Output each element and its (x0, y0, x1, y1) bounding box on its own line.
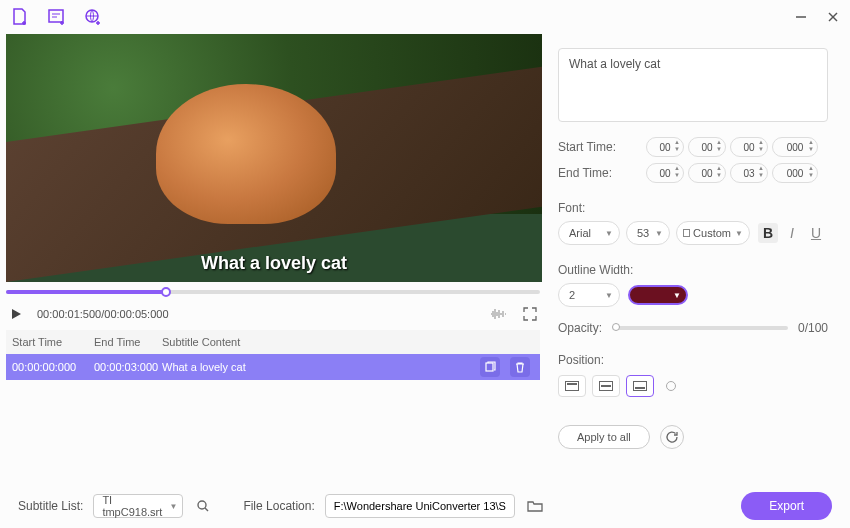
play-button[interactable] (9, 307, 23, 321)
row-end: 00:00:03:000 (94, 361, 162, 373)
add-file-icon[interactable] (10, 6, 32, 28)
start-ms[interactable]: 000▲▼ (772, 137, 818, 157)
opacity-value: 0/100 (798, 321, 828, 335)
subtitle-text-input[interactable] (558, 48, 828, 122)
outline-width-select[interactable]: 2▼ (558, 283, 620, 307)
svg-line-7 (205, 508, 208, 511)
end-seconds[interactable]: 03▲▼ (730, 163, 768, 183)
font-size-select[interactable]: 53▼ (626, 221, 670, 245)
properties-panel: Start Time: 00▲▼ 00▲▼ 00▲▼ 000▲▼ End Tim… (546, 34, 846, 484)
start-time-label: Start Time: (558, 140, 646, 154)
subtitle-table-header: Start Time End Time Subtitle Content (6, 330, 540, 354)
title-bar (0, 0, 850, 34)
position-bottom[interactable] (626, 375, 654, 397)
apply-row: Apply to all (558, 425, 828, 449)
search-icon[interactable] (193, 496, 213, 516)
reset-button[interactable] (660, 425, 684, 449)
underline-button[interactable]: U (806, 223, 826, 243)
file-location-input[interactable] (325, 494, 515, 518)
preview-column: What a lovely cat 00:00:01:500/00:00:05:… (0, 34, 546, 484)
start-hours[interactable]: 00▲▼ (646, 137, 684, 157)
playback-controls: 00:00:01:500/00:00:05:000 (6, 300, 540, 328)
outline-row: 2▼ ▼ (558, 283, 828, 307)
font-family-select[interactable]: Arial▼ (558, 221, 620, 245)
font-row: Arial▼ 53▼ Custom▼ B I U (558, 221, 828, 245)
subtitle-row[interactable]: 00:00:00:000 00:00:03:000 What a lovely … (6, 354, 540, 380)
window-controls (794, 10, 840, 24)
toolbar-left (10, 6, 104, 28)
opacity-label: Opacity: (558, 321, 602, 335)
start-minutes[interactable]: 00▲▼ (688, 137, 726, 157)
position-middle[interactable] (592, 375, 620, 397)
delete-subtitle-icon[interactable] (510, 357, 530, 377)
file-location-label: File Location: (243, 499, 314, 513)
waveform-icon[interactable] (488, 304, 508, 324)
bold-button[interactable]: B (758, 223, 778, 243)
apply-all-button[interactable]: Apply to all (558, 425, 650, 449)
end-hours[interactable]: 00▲▼ (646, 163, 684, 183)
position-custom-radio[interactable] (666, 381, 676, 391)
position-row (558, 375, 828, 397)
row-content: What a lovely cat (162, 361, 480, 373)
seek-bar[interactable] (6, 288, 540, 296)
end-time-label: End Time: (558, 166, 646, 180)
video-subtitle-overlay: What a lovely cat (6, 253, 542, 274)
opacity-row: Opacity: 0/100 (558, 321, 828, 335)
export-button[interactable]: Export (741, 492, 832, 520)
col-content: Subtitle Content (162, 336, 540, 348)
start-seconds[interactable]: 00▲▼ (730, 137, 768, 157)
svg-point-6 (198, 501, 206, 509)
svg-rect-5 (486, 363, 493, 371)
start-time-row: Start Time: 00▲▼ 00▲▼ 00▲▼ 000▲▼ (558, 137, 828, 157)
web-subtitle-icon[interactable] (82, 6, 104, 28)
fullscreen-icon[interactable] (520, 304, 540, 324)
copy-subtitle-icon[interactable] (480, 357, 500, 377)
position-top[interactable] (558, 375, 586, 397)
end-minutes[interactable]: 00▲▼ (688, 163, 726, 183)
subtitle-list-select[interactable]: TI tmpC918.srt▼ (93, 494, 183, 518)
position-label: Position: (558, 353, 828, 367)
col-end: End Time (94, 336, 162, 348)
col-start: Start Time (12, 336, 94, 348)
subtitle-list-label: Subtitle List: (18, 499, 83, 513)
outline-label: Outline Width: (558, 263, 828, 277)
row-start: 00:00:00:000 (12, 361, 94, 373)
add-subtitle-icon[interactable] (46, 6, 68, 28)
svg-rect-0 (49, 10, 63, 22)
folder-icon[interactable] (525, 496, 545, 516)
font-label: Font: (558, 201, 828, 215)
end-time-row: End Time: 00▲▼ 00▲▼ 03▲▼ 000▲▼ (558, 163, 828, 183)
close-button[interactable] (826, 10, 840, 24)
italic-button[interactable]: I (782, 223, 802, 243)
main-area: What a lovely cat 00:00:01:500/00:00:05:… (0, 34, 850, 484)
minimize-button[interactable] (794, 10, 808, 24)
outline-color-select[interactable]: ▼ (628, 285, 688, 305)
video-preview[interactable]: What a lovely cat (6, 34, 542, 282)
end-ms[interactable]: 000▲▼ (772, 163, 818, 183)
playback-time: 00:00:01:500/00:00:05:000 (37, 308, 169, 320)
opacity-slider[interactable] (612, 326, 788, 330)
bottom-bar: Subtitle List: TI tmpC918.srt▼ File Loca… (0, 484, 850, 528)
font-color-select[interactable]: Custom▼ (676, 221, 750, 245)
